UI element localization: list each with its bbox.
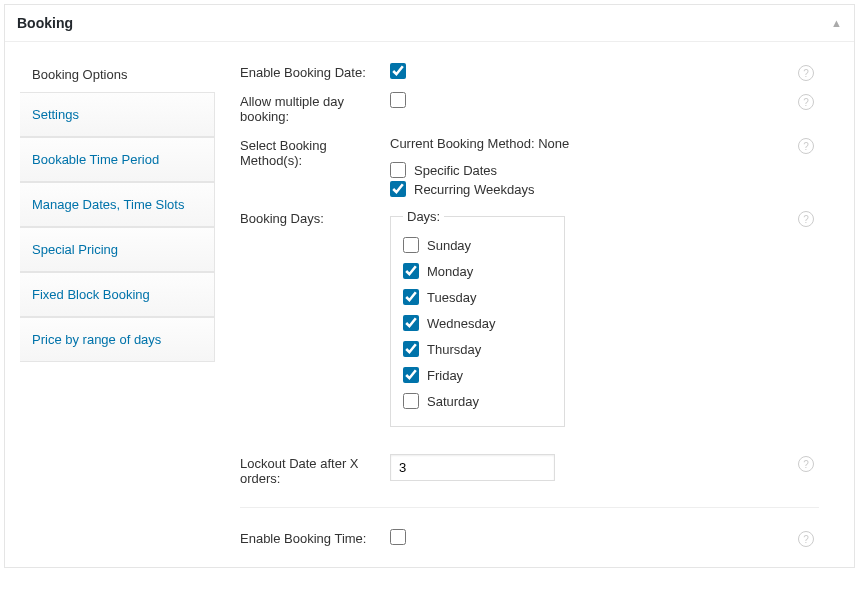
sidebar-item-special-pricing[interactable]: Special Pricing [20,227,215,272]
row-allow-multiple: Allow multiple day booking: ? [240,86,819,130]
sidebar-item-fixed-block[interactable]: Fixed Block Booking [20,272,215,317]
booking-panel: Booking ▲ Booking Options Settings Booka… [4,4,855,568]
label-booking-days: Booking Days: [240,209,390,226]
row-lockout: Lockout Date after X orders: ? [240,448,819,492]
label-friday: Friday [427,368,463,383]
sidebar-item-manage-dates[interactable]: Manage Dates, Time Slots [20,182,215,227]
collapse-icon[interactable]: ▲ [831,17,842,29]
label-thursday: Thursday [427,342,481,357]
label-allow-multiple: Allow multiple day booking: [240,92,390,124]
label-sunday: Sunday [427,238,471,253]
panel-body: Booking Options Settings Bookable Time P… [5,42,854,567]
checkbox-friday[interactable] [403,367,419,383]
sidebar-item-price-range[interactable]: Price by range of days [20,317,215,362]
checkbox-wednesday[interactable] [403,315,419,331]
help-icon[interactable]: ? [798,211,814,227]
checkbox-recurring-weekdays[interactable] [390,181,406,197]
help-icon[interactable]: ? [798,138,814,154]
sidebar-item-settings[interactable]: Settings [20,92,215,137]
legend-days: Days: [403,209,444,224]
divider [240,507,819,508]
checkbox-tuesday[interactable] [403,289,419,305]
help-icon[interactable]: ? [798,94,814,110]
checkbox-enable-booking-time[interactable] [390,529,406,545]
help-icon[interactable]: ? [798,531,814,547]
label-monday: Monday [427,264,473,279]
checkbox-saturday[interactable] [403,393,419,409]
checkbox-thursday[interactable] [403,341,419,357]
label-tuesday: Tuesday [427,290,476,305]
row-enable-booking-time: Enable Booking Time: ? [240,523,819,552]
checkbox-allow-multiple[interactable] [390,92,406,108]
checkbox-enable-booking-date[interactable] [390,63,406,79]
sidebar: Booking Options Settings Bookable Time P… [20,57,215,552]
label-wednesday: Wednesday [427,316,495,331]
label-select-method: Select Booking Method(s): [240,136,390,168]
fieldset-days: Days: Sunday Monday Tuesday [390,209,565,427]
row-select-method: Select Booking Method(s): Current Bookin… [240,130,819,203]
label-specific-dates: Specific Dates [414,163,497,178]
checkbox-sunday[interactable] [403,237,419,253]
row-enable-booking-date: Enable Booking Date: ? [240,57,819,86]
help-icon[interactable]: ? [798,65,814,81]
label-saturday: Saturday [427,394,479,409]
label-enable-booking-date: Enable Booking Date: [240,63,390,80]
label-recurring-weekdays: Recurring Weekdays [414,182,534,197]
checkbox-monday[interactable] [403,263,419,279]
label-lockout: Lockout Date after X orders: [240,454,390,486]
checkbox-specific-dates[interactable] [390,162,406,178]
sidebar-header: Booking Options [20,57,215,92]
label-enable-booking-time: Enable Booking Time: [240,529,390,546]
current-method-text: Current Booking Method: None [390,136,819,151]
help-icon[interactable]: ? [798,456,814,472]
panel-title: Booking [17,15,73,31]
settings-content: Enable Booking Date: ? Allow multiple da… [215,57,839,552]
row-booking-days: Booking Days: Days: Sunday Monday [240,203,819,433]
sidebar-item-bookable-time-period[interactable]: Bookable Time Period [20,137,215,182]
input-lockout[interactable] [390,454,555,481]
panel-header[interactable]: Booking ▲ [5,5,854,42]
